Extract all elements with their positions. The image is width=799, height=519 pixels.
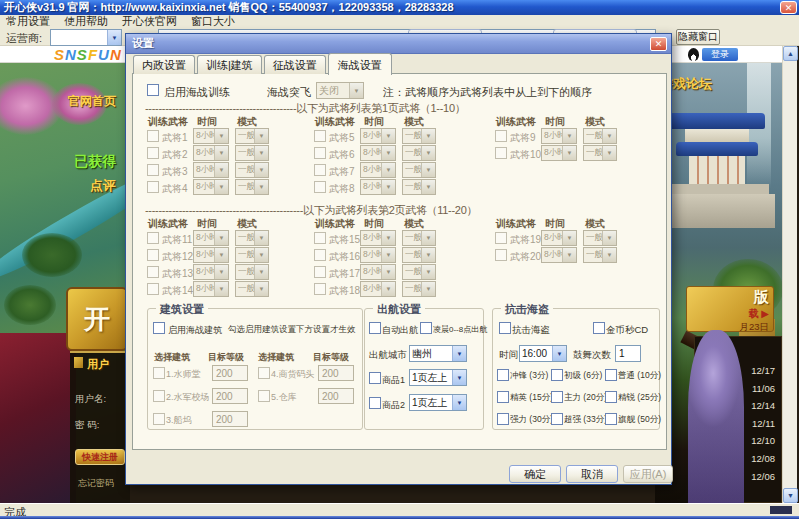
ok-button[interactable]: 确定 [509, 465, 561, 483]
general-time-select[interactable]: 8小时▼ [360, 247, 396, 263]
qq-login-button[interactable]: 登录 [702, 48, 738, 61]
page-scrollbar[interactable]: ▲ ▼ [782, 46, 797, 503]
general-mode-select[interactable]: 一般▼ [235, 145, 269, 161]
badge-line2[interactable]: 载 ▶ [691, 307, 769, 321]
general-time-select[interactable]: 8小时▼ [360, 264, 396, 280]
general-checkbox[interactable] [314, 147, 326, 159]
goods2-select[interactable]: 1页左上 ▼ [409, 394, 467, 411]
general-time-select[interactable]: 8小时▼ [541, 128, 577, 144]
goods1-select[interactable]: 1页左上 ▼ [409, 369, 467, 386]
general-checkbox[interactable] [314, 232, 326, 244]
menu-item-2[interactable]: 使用帮助 [64, 14, 108, 29]
enable-naval-building-checkbox[interactable] [153, 322, 165, 334]
tab-训练|建筑[interactable]: 训练|建筑 [197, 55, 262, 74]
menu-item-4[interactable]: 窗口大小 [191, 14, 235, 29]
operator-select[interactable]: ▼ [50, 29, 122, 46]
goods2-checkbox[interactable] [369, 397, 381, 409]
building-checkbox[interactable] [153, 367, 165, 379]
pirate-option-checkbox[interactable] [605, 413, 617, 425]
news-date[interactable]: 12/14 [751, 400, 775, 411]
general-checkbox[interactable] [147, 181, 159, 193]
building-level-input[interactable]: 200 [318, 365, 354, 381]
general-mode-select[interactable]: 一般▼ [235, 264, 269, 280]
general-time-select[interactable]: 8小时▼ [360, 145, 396, 161]
general-mode-select[interactable]: 一般▼ [402, 179, 436, 195]
auto-sail-checkbox[interactable] [369, 322, 381, 334]
general-checkbox[interactable] [495, 249, 507, 261]
general-checkbox[interactable] [314, 130, 326, 142]
general-mode-select[interactable]: 一般▼ [235, 230, 269, 246]
general-time-select[interactable]: 8小时▼ [360, 162, 396, 178]
general-checkbox[interactable] [495, 147, 507, 159]
night-sail-checkbox[interactable] [420, 322, 432, 334]
general-time-select[interactable]: 8小时▼ [360, 128, 396, 144]
general-time-select[interactable]: 8小时▼ [193, 281, 229, 297]
gold-cd-checkbox[interactable] [593, 322, 605, 334]
pirate-time-select[interactable]: 16:00 ▼ [519, 345, 567, 362]
general-checkbox[interactable] [147, 266, 159, 278]
general-time-select[interactable]: 8小时▼ [193, 128, 229, 144]
general-checkbox[interactable] [147, 283, 159, 295]
anti-pirate-checkbox[interactable] [499, 322, 511, 334]
tab-内政设置[interactable]: 内政设置 [133, 55, 195, 74]
pirate-option-checkbox[interactable] [551, 391, 563, 403]
general-time-select[interactable]: 8小时▼ [360, 179, 396, 195]
building-checkbox[interactable] [258, 367, 270, 379]
general-checkbox[interactable] [147, 249, 159, 261]
news-date[interactable]: 12/06 [751, 471, 775, 482]
general-mode-select[interactable]: 一般▼ [402, 128, 436, 144]
breakthrough-select[interactable]: 关闭 ▼ [316, 82, 364, 99]
general-checkbox[interactable] [314, 181, 326, 193]
news-date[interactable]: 12/10 [751, 435, 775, 446]
general-mode-select[interactable]: 一般▼ [402, 230, 436, 246]
dialog-close-icon[interactable]: ✕ [650, 37, 667, 51]
menu-item-1[interactable]: 常用设置 [6, 14, 50, 29]
pirate-option-checkbox[interactable] [605, 369, 617, 381]
general-checkbox[interactable] [147, 164, 159, 176]
pirate-option-checkbox[interactable] [551, 369, 563, 381]
general-time-select[interactable]: 8小时▼ [193, 264, 229, 280]
building-level-input[interactable]: 200 [318, 388, 354, 404]
cheer-count-input[interactable]: 1 [615, 345, 641, 362]
tab-海战设置[interactable]: 海战设置 [328, 53, 392, 75]
building-level-input[interactable]: 200 [212, 388, 248, 404]
quick-register-button[interactable]: 快速注册 [75, 449, 125, 465]
general-time-select[interactable]: 8小时▼ [193, 145, 229, 161]
general-checkbox[interactable] [314, 164, 326, 176]
general-time-select[interactable]: 8小时▼ [541, 145, 577, 161]
general-mode-select[interactable]: 一般▼ [402, 162, 436, 178]
general-time-select[interactable]: 8小时▼ [193, 162, 229, 178]
general-mode-select[interactable]: 一般▼ [402, 247, 436, 263]
general-mode-select[interactable]: 一般▼ [583, 247, 617, 263]
general-time-select[interactable]: 8小时▼ [193, 230, 229, 246]
news-date[interactable]: 11/06 [752, 383, 775, 394]
general-checkbox[interactable] [495, 130, 507, 142]
news-date[interactable]: 12/11 [752, 418, 775, 429]
home-link[interactable]: 官网首页 [68, 93, 116, 110]
general-checkbox[interactable] [314, 249, 326, 261]
news-date[interactable]: 12/17 [751, 365, 775, 376]
building-level-input[interactable]: 200 [212, 365, 248, 381]
general-mode-select[interactable]: 一般▼ [583, 145, 617, 161]
menu-item-3[interactable]: 开心侠官网 [122, 14, 177, 29]
general-time-select[interactable]: 8小时▼ [360, 230, 396, 246]
enable-naval-training-checkbox[interactable] [147, 84, 159, 96]
cancel-button[interactable]: 取消 [566, 465, 618, 483]
general-checkbox[interactable] [314, 266, 326, 278]
general-checkbox[interactable] [495, 232, 507, 244]
general-time-select[interactable]: 8小时▼ [193, 247, 229, 263]
general-mode-select[interactable]: 一般▼ [235, 247, 269, 263]
forgot-password-link[interactable]: 忘记密码 [78, 477, 114, 490]
general-mode-select[interactable]: 一般▼ [235, 162, 269, 178]
general-mode-select[interactable]: 一般▼ [583, 128, 617, 144]
pirate-option-checkbox[interactable] [497, 391, 509, 403]
general-checkbox[interactable] [147, 130, 159, 142]
general-mode-select[interactable]: 一般▼ [583, 230, 617, 246]
pirate-option-checkbox[interactable] [497, 369, 509, 381]
window-close-icon[interactable]: ✕ [780, 1, 797, 14]
building-checkbox[interactable] [153, 413, 165, 425]
tab-征战设置[interactable]: 征战设置 [264, 55, 326, 74]
news-date[interactable]: 12/08 [751, 453, 775, 464]
pirate-option-checkbox[interactable] [551, 413, 563, 425]
building-checkbox[interactable] [258, 390, 270, 402]
